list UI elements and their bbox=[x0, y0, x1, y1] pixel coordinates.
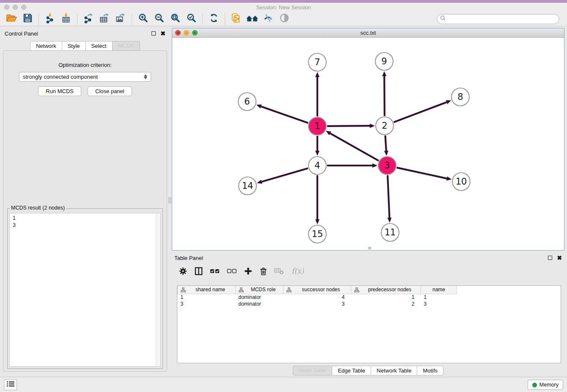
graph-edge-3-10[interactable] bbox=[396, 168, 446, 179]
graph-edge-2-8[interactable] bbox=[394, 102, 447, 122]
divider-grip[interactable] bbox=[168, 197, 171, 203]
home-button[interactable] bbox=[244, 13, 260, 25]
task-history-button[interactable] bbox=[4, 379, 17, 390]
titlebar: Session: New Session bbox=[0, 3, 567, 12]
show-hide-button[interactable] bbox=[276, 13, 292, 25]
export-image-button[interactable] bbox=[113, 13, 129, 25]
toggle-graphics-details-button[interactable] bbox=[260, 13, 276, 25]
graph-node-6[interactable]: 6 bbox=[238, 93, 256, 110]
memory-label: Memory bbox=[539, 382, 559, 388]
network-resize-grip[interactable] bbox=[368, 247, 371, 249]
tab-mcds[interactable]: MCDS bbox=[113, 41, 140, 51]
zoom-fit-button[interactable] bbox=[167, 13, 183, 25]
graph-node-1[interactable]: 1 bbox=[308, 117, 326, 135]
graph-edge-2-3[interactable] bbox=[385, 135, 386, 151]
select-all-button[interactable] bbox=[210, 267, 220, 276]
import-network-button[interactable] bbox=[42, 13, 58, 25]
mcds-result-textarea[interactable]: 13 bbox=[9, 213, 161, 367]
settings-icon bbox=[179, 267, 187, 277]
columns-button[interactable] bbox=[194, 267, 203, 277]
close-panel-icon[interactable]: ✖ bbox=[160, 31, 165, 36]
memory-button[interactable]: Memory bbox=[528, 380, 563, 390]
result-scrollbar[interactable] bbox=[156, 213, 160, 366]
graph-node-2[interactable]: 2 bbox=[376, 117, 394, 135]
run-mcds-button[interactable]: Run MCDS bbox=[38, 86, 81, 96]
toolbar-separator bbox=[225, 14, 225, 25]
mcds-result-title: MCDS result (2 nodes) bbox=[10, 205, 66, 211]
table-close-panel-icon[interactable]: ✖ bbox=[557, 256, 562, 260]
table-tab-network-table[interactable]: Network Table bbox=[371, 366, 417, 375]
window-title: Session: New Session bbox=[0, 4, 567, 11]
network-close-button[interactable]: ✕ bbox=[175, 30, 181, 36]
graph-node-4[interactable]: 4 bbox=[308, 157, 326, 174]
search-field[interactable] bbox=[437, 14, 559, 24]
control-panel: Control Panel ✖ NetworkStyleSelectMCDS O… bbox=[2, 28, 168, 373]
graph-edge-3-11[interactable] bbox=[388, 175, 389, 218]
open-session-icon bbox=[6, 14, 17, 25]
close-panel-button[interactable]: Close panel bbox=[88, 86, 132, 96]
export-table-button[interactable] bbox=[96, 13, 113, 25]
svg-text:11: 11 bbox=[385, 227, 396, 237]
add-row-icon bbox=[244, 267, 253, 277]
delete-row-button[interactable] bbox=[259, 267, 267, 277]
graph-node-9[interactable]: 9 bbox=[375, 52, 393, 70]
import-table-icon bbox=[61, 13, 71, 25]
delete-table-button[interactable] bbox=[274, 267, 284, 277]
tab-network[interactable]: Network bbox=[30, 41, 62, 51]
column-header-shared-name[interactable]: shared name bbox=[178, 286, 236, 294]
graph-edge-1-2[interactable] bbox=[327, 126, 370, 126]
refresh-button[interactable] bbox=[206, 13, 222, 25]
float-panel-icon[interactable] bbox=[151, 31, 156, 36]
svg-text:2: 2 bbox=[382, 121, 387, 131]
graph-edge-3-1[interactable] bbox=[330, 133, 378, 161]
graph-node-11[interactable]: 11 bbox=[381, 224, 399, 241]
svg-text:6: 6 bbox=[244, 97, 250, 107]
cell-successor-nodes: 3 bbox=[284, 301, 351, 307]
import-table-button[interactable] bbox=[58, 13, 74, 25]
cell-shared-name: 3 bbox=[178, 301, 236, 307]
clone-network-button[interactable] bbox=[228, 13, 244, 25]
add-row-button[interactable] bbox=[244, 267, 253, 277]
status-bar: Memory bbox=[0, 377, 567, 392]
table-tab-motifs[interactable]: Motifs bbox=[417, 366, 443, 375]
column-header-successor-nodes[interactable]: successor nodes bbox=[284, 286, 351, 294]
table-row[interactable]: 1dominator411 bbox=[178, 294, 457, 301]
column-header-MCDS-role[interactable]: MCDS role bbox=[236, 286, 284, 294]
deselect-all-button[interactable] bbox=[227, 267, 237, 276]
export-network-button[interactable] bbox=[80, 13, 96, 25]
column-header-name[interactable]: name bbox=[421, 286, 457, 294]
zoom-selected-button[interactable] bbox=[183, 13, 199, 25]
table-tab-node-table[interactable]: Node Table bbox=[293, 366, 333, 375]
zoom-out-button[interactable] bbox=[151, 13, 167, 25]
graph-edge-2-9[interactable] bbox=[384, 76, 385, 116]
table-float-panel-icon[interactable] bbox=[548, 256, 552, 260]
graph-node-10[interactable]: 10 bbox=[452, 173, 470, 190]
criterion-select[interactable]: strongly connected component bbox=[19, 72, 151, 82]
tab-select[interactable]: Select bbox=[86, 41, 113, 51]
graph-edge-4-14[interactable] bbox=[262, 168, 308, 182]
function-builder-button[interactable]: f(x) bbox=[291, 266, 304, 277]
open-session-button[interactable] bbox=[3, 13, 19, 25]
zoom-in-button[interactable] bbox=[135, 13, 151, 25]
svg-text:7: 7 bbox=[314, 57, 320, 67]
graph-node-15[interactable]: 15 bbox=[308, 225, 326, 243]
settings-button[interactable] bbox=[179, 267, 187, 277]
search-input[interactable] bbox=[446, 16, 556, 22]
graph-node-3[interactable]: 3 bbox=[378, 157, 396, 174]
save-session-button[interactable] bbox=[19, 13, 36, 25]
table-row[interactable]: 3dominator323 bbox=[178, 301, 457, 307]
toggle-graphics-details-icon bbox=[263, 13, 273, 25]
graph-edge-1-6[interactable] bbox=[261, 107, 308, 123]
network-minimize-button[interactable]: − bbox=[184, 30, 189, 36]
graph-node-7[interactable]: 7 bbox=[308, 53, 326, 71]
panel-divider[interactable] bbox=[168, 28, 172, 373]
table-tab-edge-table[interactable]: Edge Table bbox=[332, 366, 371, 375]
column-header-predecessor-nodes[interactable]: predecessor nodes bbox=[351, 286, 421, 294]
tab-style[interactable]: Style bbox=[62, 41, 86, 51]
graph-node-14[interactable]: 14 bbox=[239, 177, 256, 195]
network-canvas[interactable]: 7968124314101511 bbox=[172, 38, 564, 250]
graph-node-8[interactable]: 8 bbox=[451, 88, 469, 106]
table-toolbar: f(x) bbox=[172, 263, 564, 280]
network-zoom-button[interactable]: + bbox=[192, 30, 198, 36]
table-panel: Table Panel ✖ f(x) shared nameMCDS roles… bbox=[172, 252, 564, 377]
